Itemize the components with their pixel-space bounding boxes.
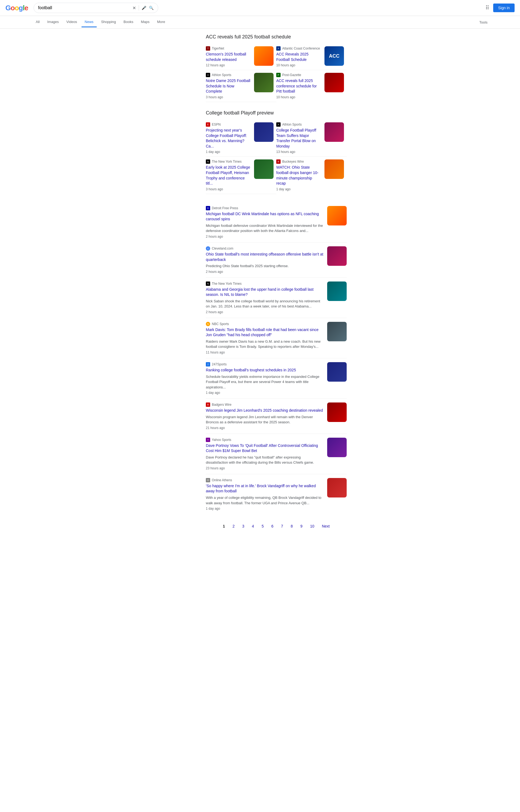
news-thumbnail	[327, 478, 347, 498]
source-name: The New York Times	[212, 160, 241, 164]
single-articles-list: D Detroit Free Press Michigan football D…	[206, 202, 347, 514]
news-thumbnail	[327, 206, 347, 225]
section-title-cfp: College football Playoff preview	[206, 110, 347, 116]
source-row: B Buckeyes Wire	[276, 160, 322, 164]
page-number-4[interactable]: 4	[249, 523, 257, 530]
page-number-10[interactable]: 10	[307, 523, 317, 530]
news-snippet: Raiders owner Mark Davis has a new G.M. …	[206, 339, 323, 349]
sign-in-button[interactable]: Sign in	[493, 3, 515, 12]
news-article-title[interactable]: Ohio State football's most interesting o…	[206, 252, 323, 262]
news-time: 10 hours ago	[276, 95, 322, 99]
source-row: c Cleveland.com	[206, 246, 323, 251]
search-input[interactable]	[38, 5, 130, 10]
news-time: 3 hours ago	[206, 95, 251, 99]
news-time: 1 day ago	[206, 391, 323, 395]
source-row: P Post-Gazette	[276, 73, 322, 77]
section-acc-schedule: ACC reveals full 2025 football schedule …	[206, 34, 347, 102]
nav-images[interactable]: Images	[44, 17, 62, 27]
list-item: A Athlon Sports College Football Playoff…	[276, 120, 347, 157]
news-article-title[interactable]: Wisconsin legend Jim Leonhard's 2025 coa…	[206, 408, 323, 413]
news-thumbnail	[327, 438, 347, 457]
news-article-title[interactable]: Alabama and Georgia lost the upper hand …	[206, 287, 323, 298]
news-article-title[interactable]: 'So happy where I'm at in life.' Brock V…	[206, 483, 323, 494]
list-item: B Buckeyes Wire WATCH: Ohio State footba…	[276, 157, 347, 194]
source-row: 2 247Sports	[206, 362, 323, 366]
clear-icon[interactable]: ✕	[132, 5, 136, 10]
news-thumbnail	[254, 46, 274, 66]
news-time: 12 hours ago	[206, 63, 251, 67]
header: Google ✕ 🎤 🔍 ⠿ Sign in	[0, 0, 520, 16]
section-title-acc: ACC reveals full 2025 football schedule	[206, 34, 347, 40]
nav-maps[interactable]: Maps	[137, 17, 153, 27]
news-snippet: Dave Portnoy declared he has "quit footb…	[206, 455, 323, 465]
nav-more[interactable]: More	[154, 17, 168, 27]
news-article-title[interactable]: Projecting next year's College Football …	[206, 128, 251, 149]
source-row: N NBC Sports	[206, 322, 323, 326]
news-thumbnail	[327, 402, 347, 422]
news-article-title[interactable]: Dave Portnoy Vows To 'Quit Football' Aft…	[206, 443, 323, 454]
source-row: A Atlantic Coast Conference	[276, 46, 322, 51]
source-icon-buckeyes: B	[276, 160, 281, 164]
source-row: A Athlon Sports	[276, 122, 322, 127]
nav-news[interactable]: News	[81, 17, 97, 27]
page-number-3[interactable]: 3	[239, 523, 247, 530]
source-name: Athlon Sports	[212, 73, 231, 77]
source-name: Atlantic Coast Conference	[282, 47, 320, 50]
nav-books[interactable]: Books	[120, 17, 136, 27]
page-number-2[interactable]: 2	[230, 523, 237, 530]
news-article-title[interactable]: Michigan football DC Wink Martindale has…	[206, 212, 323, 222]
source-name: Online Athens	[212, 478, 232, 482]
news-thumbnail: ACC	[324, 46, 344, 66]
news-thumbnail	[324, 73, 344, 92]
source-icon-cleveland: c	[206, 246, 210, 251]
nav-videos[interactable]: Videos	[63, 17, 80, 27]
news-article-title[interactable]: Mark Davis: Tom Brady fills football rol…	[206, 327, 323, 338]
tools-dropdown[interactable]: Tools	[479, 20, 488, 24]
news-snippet: Wisconsin program legend Jim Leonhard wi…	[206, 414, 323, 425]
news-article-title[interactable]: ACC Reveals 2025 Football Schedule	[276, 52, 322, 62]
news-article-title[interactable]: Clemson's 2025 football schedule release…	[206, 52, 251, 62]
page-number-8[interactable]: 8	[288, 523, 295, 530]
list-item: N NBC Sports Mark Davis: Tom Brady fills…	[206, 318, 347, 358]
news-time: 2 hours ago	[206, 310, 323, 314]
voice-search-icon[interactable]: 🎤	[141, 6, 146, 10]
next-page-button[interactable]: Next	[319, 523, 332, 530]
source-row: B Badgers Wire	[206, 402, 323, 407]
news-article-title[interactable]: Notre Dame 2025 Football Schedule Is Now…	[206, 78, 251, 94]
search-icon[interactable]: 🔍	[149, 6, 154, 10]
news-time: 1 day ago	[276, 187, 322, 191]
source-icon-nbc: N	[206, 322, 210, 326]
list-item: c Cleveland.com Ohio State football's mo…	[206, 243, 347, 278]
source-icon-online-athens: O	[206, 478, 210, 482]
page-number-9[interactable]: 9	[297, 523, 305, 530]
nav-shopping[interactable]: Shopping	[98, 17, 119, 27]
nav-all[interactable]: All	[32, 17, 43, 27]
news-time: 10 hours ago	[276, 63, 322, 67]
search-nav: All Images Videos News Shopping Books Ma…	[0, 16, 520, 29]
news-time: 2 hours ago	[206, 235, 323, 239]
source-icon-nyt: N	[206, 160, 210, 164]
list-item: P Post-Gazette ACC reveals full 2025 con…	[276, 70, 347, 102]
apps-icon[interactable]: ⠿	[485, 5, 489, 11]
google-logo: Google	[5, 4, 28, 12]
news-article-title[interactable]: ACC reveals full 2025 conference schedul…	[276, 78, 322, 94]
news-time: 11 hours ago	[206, 351, 323, 354]
news-time: 3 hours ago	[206, 187, 251, 191]
news-snippet: With a year of college eligibility remai…	[206, 495, 323, 506]
search-bar[interactable]: ✕ 🎤 🔍	[33, 3, 158, 13]
news-time: 1 day ago	[206, 507, 323, 510]
news-article-title[interactable]: Ranking college football's toughest sche…	[206, 368, 323, 373]
page-number-1[interactable]: 1	[220, 523, 228, 530]
source-icon-athlon: A	[206, 73, 210, 77]
list-item: B Badgers Wire Wisconsin legend Jim Leon…	[206, 399, 347, 434]
page-number-5[interactable]: 5	[259, 523, 266, 530]
news-article-title[interactable]: Early look at 2025 College Football Play…	[206, 165, 251, 186]
source-icon-badgers: B	[206, 402, 210, 407]
news-article-title[interactable]: WATCH: Ohio State football drops banger …	[276, 165, 322, 186]
news-thumbnail	[327, 281, 347, 301]
news-article-title[interactable]: College Football Playoff Team Suffers Ma…	[276, 128, 322, 149]
page-number-6[interactable]: 6	[269, 523, 276, 530]
main-content: ACC reveals full 2025 football schedule …	[173, 29, 347, 552]
page-number-7[interactable]: 7	[279, 523, 286, 530]
source-icon-athlon: A	[276, 122, 281, 127]
